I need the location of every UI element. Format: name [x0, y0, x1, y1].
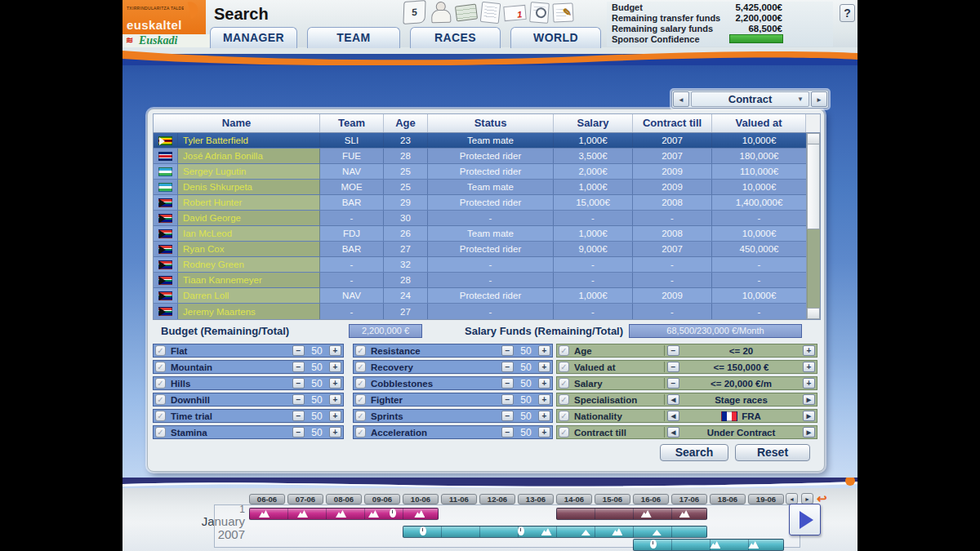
plus-button[interactable]: + [803, 362, 815, 372]
filter-checkbox[interactable]: ✓ [355, 362, 366, 372]
table-row[interactable]: Tyler BatterfieldSLI23Team mate1,000€200… [154, 133, 806, 149]
filter-checkbox[interactable]: ✓ [155, 362, 166, 372]
filter-checkbox[interactable]: ✓ [155, 378, 166, 389]
column-header-salary[interactable]: Salary [554, 114, 633, 132]
tab-manager[interactable]: MANAGER [210, 27, 297, 48]
filter-checkbox[interactable]: ✓ [559, 411, 569, 421]
next-arrow-button[interactable]: ► [803, 394, 815, 405]
return-icon[interactable]: ↩ [817, 493, 827, 504]
prev-arrow-button[interactable]: ◄ [667, 427, 679, 438]
search-button[interactable]: Search [660, 444, 728, 461]
minus-button[interactable]: − [501, 378, 514, 389]
minus-button[interactable]: − [501, 362, 514, 372]
minus-button[interactable]: − [292, 362, 305, 372]
scroll-up-button[interactable] [807, 133, 820, 144]
filter-checkbox[interactable]: ✓ [155, 394, 166, 405]
table-row[interactable]: Jeremy Maartens-27---- [154, 304, 806, 319]
filter-checkbox[interactable]: ✓ [559, 394, 569, 405]
tab-world[interactable]: WORLD [510, 27, 601, 48]
filter-checkbox[interactable]: ✓ [155, 345, 166, 356]
scroll-down-button[interactable] [807, 308, 820, 319]
tab-team[interactable]: TEAM [307, 27, 400, 48]
minus-button[interactable]: − [667, 362, 679, 372]
filter-checkbox[interactable]: ✓ [559, 427, 569, 438]
column-header-team[interactable]: Team [320, 114, 384, 132]
column-header-status[interactable]: Status [428, 114, 554, 132]
minus-button[interactable]: − [501, 394, 514, 405]
minus-button[interactable]: − [667, 378, 679, 389]
filter-checkbox[interactable]: ✓ [355, 411, 366, 421]
continue-button[interactable] [789, 504, 821, 535]
minus-button[interactable]: − [292, 345, 305, 356]
column-header-age[interactable]: Age [384, 114, 428, 132]
plus-button[interactable]: + [538, 362, 550, 372]
plus-button[interactable]: + [329, 345, 341, 356]
race-bar[interactable] [249, 508, 439, 520]
plus-button[interactable]: + [329, 378, 341, 389]
rider-icon[interactable] [430, 1, 452, 24]
table-row[interactable]: Ian McLeodFDJ26Team mate1,000€200810,000… [154, 226, 806, 242]
table-row[interactable]: Sergey LugutinNAV25Protected rider2,000€… [154, 164, 806, 180]
filter-checkbox[interactable]: ✓ [355, 345, 366, 356]
next-arrow-button[interactable]: ► [803, 411, 815, 421]
minus-button[interactable]: − [292, 394, 305, 405]
next-arrow-button[interactable]: ► [803, 427, 815, 438]
plus-button[interactable]: + [803, 378, 815, 389]
filter-checkbox[interactable]: ✓ [355, 394, 366, 405]
money-icon[interactable] [455, 3, 478, 21]
table-row[interactable]: Denis ShkurpetaMOE25Team mate1,000€20091… [154, 180, 806, 195]
race-bar[interactable] [633, 539, 784, 551]
tab-races[interactable]: RACES [410, 27, 501, 48]
prev-arrow-button[interactable]: ◄ [667, 411, 679, 421]
filter-checkbox[interactable]: ✓ [559, 362, 569, 372]
column-header-valued-at[interactable]: Valued at [712, 114, 806, 132]
table-row[interactable]: Darren LollNAV24Protected rider1,000€200… [154, 288, 806, 304]
table-row[interactable]: Robert HunterBAR29Protected rider15,000€… [154, 195, 806, 211]
plus-button[interactable]: + [538, 427, 550, 438]
filter-checkbox[interactable]: ✓ [559, 378, 569, 389]
letter-icon[interactable] [480, 2, 501, 24]
filter-checkbox[interactable]: ✓ [559, 345, 569, 356]
table-row[interactable]: David George-30---- [154, 211, 806, 226]
plus-button[interactable]: + [538, 411, 550, 421]
plus-button[interactable]: + [329, 394, 341, 405]
plus-button[interactable]: + [538, 345, 550, 356]
minus-button[interactable]: − [292, 427, 305, 438]
minus-button[interactable]: − [292, 411, 305, 421]
scrollbar-thumb[interactable] [807, 144, 820, 229]
plus-button[interactable]: + [538, 378, 550, 389]
plus-button[interactable]: + [329, 411, 341, 421]
filter-checkbox[interactable]: ✓ [155, 411, 166, 421]
reset-button[interactable]: Reset [735, 444, 810, 461]
filter-checkbox[interactable]: ✓ [355, 378, 366, 389]
plus-button[interactable]: + [803, 345, 815, 356]
filter-checkbox[interactable]: ✓ [355, 427, 366, 438]
race-bar[interactable] [403, 526, 707, 538]
minus-button[interactable]: − [667, 345, 679, 356]
plus-button[interactable]: + [538, 394, 550, 405]
contract-dropdown[interactable]: Contract▼ [691, 91, 809, 107]
minus-button[interactable]: − [501, 427, 514, 438]
column-header-contract-till[interactable]: Contract till [633, 114, 712, 132]
filter-checkbox[interactable]: ✓ [155, 427, 166, 438]
search-doc-icon[interactable] [529, 2, 550, 24]
column-header-name[interactable]: Name [154, 114, 320, 132]
minus-button[interactable]: − [501, 345, 514, 356]
contract-prev-button[interactable]: ◄ [673, 91, 689, 107]
plus-button[interactable]: + [329, 362, 341, 372]
mail-icon[interactable]: 1 [503, 5, 526, 21]
notes-icon[interactable]: ✎ [552, 2, 573, 22]
minus-button[interactable]: − [501, 411, 514, 421]
race-bar[interactable] [556, 508, 707, 520]
contract-next-button[interactable]: ► [811, 91, 827, 107]
minus-button[interactable]: − [292, 378, 305, 389]
calendar-icon[interactable]: 5 [403, 0, 425, 24]
rider-name: Tyler Batterfield [178, 133, 320, 148]
help-button[interactable]: ? [840, 4, 855, 22]
plus-button[interactable]: + [329, 427, 341, 438]
table-row[interactable]: Tiaan Kannemeyer-28---- [154, 273, 806, 288]
table-row[interactable]: Ryan CoxBAR27Protected rider9,000€200745… [154, 242, 806, 257]
table-row[interactable]: José Adrian BonillaFUE28Protected rider3… [154, 149, 806, 164]
table-row[interactable]: Rodney Green-32---- [154, 257, 806, 273]
prev-arrow-button[interactable]: ◄ [667, 394, 679, 405]
